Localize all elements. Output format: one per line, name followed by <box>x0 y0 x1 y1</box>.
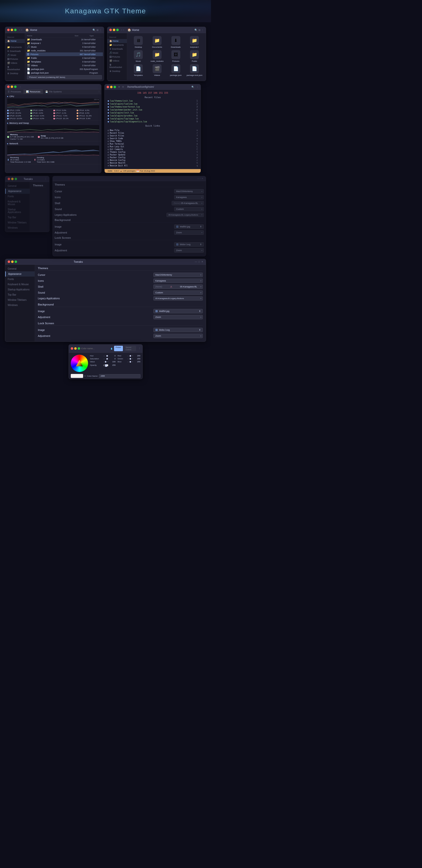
cp-blue-plus[interactable]: + <box>132 361 133 363</box>
list-item[interactable]: 📄package-lock.json <box>186 64 203 76</box>
cp-menu-icon[interactable]: ⋮ <box>138 347 141 350</box>
fm1-nav-back[interactable]: ‹ <box>19 29 20 31</box>
cp-red-plus[interactable]: + <box>132 355 133 357</box>
fm1-max-button[interactable] <box>14 29 17 31</box>
tweaks-large-sidebar-titlebars[interactable]: Window Titlebars <box>5 297 35 303</box>
sound-select-large[interactable]: Custom ▾ <box>153 290 203 295</box>
cp-blue-minus[interactable]: — <box>127 361 129 363</box>
fm1-view-icon[interactable]: ⊞ <box>96 29 99 31</box>
icons-select-small[interactable]: Kanagawa ▾ <box>174 195 204 199</box>
fm2-sidebar-item-videos[interactable]: 🎬 Videos <box>107 59 127 63</box>
bg-upload-icon[interactable]: ⬆ <box>199 310 201 312</box>
fm2-sidebar-item-pictures[interactable]: 🖼 Pictures <box>107 55 127 59</box>
list-item[interactable]: ⬇Downloads <box>167 36 184 48</box>
bg-adjustment-select-small[interactable]: Zoom ▾ <box>174 230 204 235</box>
cp-color-wheel[interactable] <box>71 355 88 372</box>
fm1-close-button[interactable] <box>7 29 10 31</box>
bg-image-input-small[interactable]: 🖼 Wall50.jpg ⬆ <box>174 224 204 229</box>
cp-val-thumb[interactable] <box>105 361 106 363</box>
fm2-view-icon[interactable]: ⊞ <box>198 29 200 31</box>
fm2-sidebar-item-music[interactable]: 🎵 Music <box>107 51 127 55</box>
fm1-nav-forward[interactable]: › <box>21 29 22 31</box>
tweaks-large-sidebar-fonts[interactable]: Fonts <box>5 277 35 282</box>
list-item[interactable]: ○Git CommitsC <box>108 148 198 151</box>
cp-green-thumb[interactable] <box>130 358 131 360</box>
list-item[interactable]: ●lua/plugins/gruvbox.lua6 <box>108 114 198 117</box>
cp-red-slider[interactable] <box>130 355 131 356</box>
cp-colorname-value[interactable]: #ffffff <box>99 374 140 378</box>
tweaks-sidebar-item-titlebars[interactable]: Window Titlebars <box>5 220 30 225</box>
cp-blue-thumb[interactable] <box>130 361 131 363</box>
list-item[interactable]: ●lua/packman/packer_init.lua4 <box>108 108 198 111</box>
cp-blue-slider[interactable] <box>130 361 131 362</box>
nvim-max-button[interactable] <box>114 86 116 88</box>
tweaks-sidebar-item-fonts[interactable]: Fonts <box>5 194 30 199</box>
bg-image-input-large[interactable]: 🖼 Wall50.jpg ⬆ <box>153 309 203 313</box>
tweaks-large-sidebar-startup[interactable]: Startup Applications <box>5 287 35 292</box>
sm-menu-icon[interactable]: ⋮ <box>19 86 21 88</box>
list-item[interactable]: ○Neovim Configc <box>108 159 198 162</box>
sm-max-button[interactable] <box>14 86 17 88</box>
sm-min-button[interactable] <box>11 86 13 88</box>
list-item[interactable]: ●lua/themes/everforest.lua3 <box>108 105 198 108</box>
tweaks-large-close[interactable] <box>8 260 10 263</box>
cp-val-plus[interactable]: + <box>107 361 109 363</box>
cp-green-slider[interactable] <box>130 359 131 359</box>
fm2-close-button[interactable] <box>109 29 112 31</box>
fm1-sidebar-item-videos[interactable]: 🎬 Videos <box>5 61 25 65</box>
table-row[interactable]: 📁node_modules301 itemsFolder <box>26 49 103 52</box>
icons-select-large[interactable]: Kanagawa ▾ <box>153 279 203 283</box>
cp-green-plus[interactable]: + <box>132 358 133 360</box>
fm1-menu-icon[interactable]: ⋮ <box>100 29 102 31</box>
tweaks-large-minimize-btn[interactable]: — <box>195 260 197 263</box>
list-item[interactable]: ○Search Filesf <box>108 134 198 137</box>
fm1-sidebar-item-wastebasket[interactable]: 🗑 Wastebasket <box>5 65 25 71</box>
list-item[interactable]: 📁Documents <box>149 36 166 48</box>
list-item[interactable]: ●lua/plugins/lsp/diagnostics.lua9 <box>108 120 198 123</box>
table-row[interactable]: 🎵Music9 itemsFolder <box>26 45 103 49</box>
nvim-menu-icon[interactable]: ⋮ <box>196 86 199 88</box>
lock-upload-icon-large[interactable]: ⬆ <box>199 329 201 331</box>
tab-processes[interactable]: ☰ Processes <box>5 90 24 94</box>
tweaks-large-sidebar-windows[interactable]: Windows <box>5 303 35 308</box>
fm2-search-icon[interactable]: 🔍 <box>194 29 197 31</box>
tweaks-small-min[interactable] <box>11 178 13 180</box>
tab-resources[interactable]: 📊 Resources <box>24 90 43 94</box>
upload-icon[interactable]: ⬆ <box>200 225 202 228</box>
fm2-max-button[interactable] <box>116 29 119 31</box>
shell-select-large[interactable]: (None) ⚠ 05-Kanagawa-BL ▾ <box>153 284 203 289</box>
tweaks-large-sidebar-appearance[interactable]: Appearance <box>5 271 35 277</box>
fm2-min-button[interactable] <box>113 29 115 31</box>
table-row[interactable]: 📄package.json355 BytesProgram <box>26 67 103 71</box>
nvim-close-button[interactable] <box>107 86 109 88</box>
tweaks-large-sidebar-general[interactable]: General <box>5 266 35 271</box>
fm2-menu-icon[interactable]: ⋮ <box>201 29 204 31</box>
tweaks-sidebar-item-appearance[interactable]: Appearance <box>5 189 30 194</box>
list-item[interactable]: 📁korpsvar t <box>186 36 203 48</box>
cp-eyedropper-icon[interactable]: 💧 <box>110 347 113 350</box>
table-row[interactable]: 📁Public0 itemsFolder <box>26 56 103 60</box>
tweaks-large-close-btn[interactable]: ✕ <box>201 260 203 263</box>
list-item[interactable]: ○Search Codew <box>108 137 198 140</box>
table-row[interactable]: 📁Templates9 itemsFolder <box>26 60 103 64</box>
legacy-select-large[interactable]: 05-Kanagawa-B-Legacy-Buttons ▾ <box>153 296 203 301</box>
tweaks-large-restore-btn[interactable]: □ <box>199 260 200 263</box>
cursor-select-large[interactable]: MacOSMonterey ▾ <box>153 273 203 277</box>
cp-opacity-slider[interactable] <box>104 364 109 366</box>
tweaks-small-menu[interactable]: ⋮ <box>45 178 47 180</box>
list-item[interactable]: ○Run Lazy GitL <box>108 145 198 148</box>
fm1-sidebar-item-downloads[interactable]: ⬇ Downloads <box>5 49 25 53</box>
list-item[interactable]: ○Show TODOst <box>108 140 198 143</box>
tweaks-large-sidebar-topbar[interactable]: Top Bar <box>5 292 35 297</box>
list-item[interactable]: 🖼Pictures <box>167 50 184 62</box>
lock-image-input-small[interactable]: 🖼 blobs-l.svg ⬆ <box>174 242 204 247</box>
fm1-sidebar-item-music[interactable]: 🎵 Music <box>5 53 25 57</box>
list-item[interactable]: 📄Templates <box>130 64 147 76</box>
fm2-sidebar-item-documents[interactable]: 📁 Documents <box>107 43 127 47</box>
tweaks-large-min[interactable] <box>11 260 13 263</box>
nvim-min-button[interactable] <box>110 86 113 88</box>
cp-close-button[interactable] <box>71 347 73 350</box>
cp-red-minus[interactable]: — <box>127 355 129 357</box>
lock-adjustment-select-large[interactable]: Zoom ▾ <box>153 334 203 338</box>
tab-filesystems[interactable]: 💾 File Systems <box>43 90 64 94</box>
